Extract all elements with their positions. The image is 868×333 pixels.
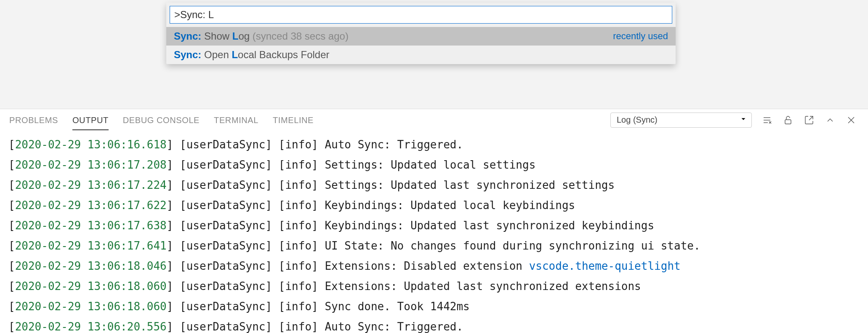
- log-line: [2020-02-29 13:06:17.224] [userDataSync]…: [8, 175, 860, 195]
- log-message: UI State: No changes found during synchr…: [325, 239, 700, 252]
- open-log-file-icon[interactable]: [803, 114, 815, 126]
- output-log[interactable]: [2020-02-29 13:06:16.618] [userDataSync]…: [0, 131, 868, 333]
- log-source: [userDataSync]: [180, 199, 279, 212]
- log-source: [userDataSync]: [180, 300, 279, 313]
- log-message: Sync done. Took 1442ms: [325, 300, 469, 313]
- log-level: [info]: [279, 179, 325, 191]
- command-palette-input[interactable]: [170, 6, 672, 24]
- command-palette-item[interactable]: Sync: Open Local Backups Folder: [166, 46, 676, 64]
- log-timestamp: 2020-02-29 13:06:17.208: [15, 158, 167, 171]
- log-line: [2020-02-29 13:06:17.208] [userDataSync]…: [8, 155, 860, 175]
- log-timestamp: 2020-02-29 13:06:17.224: [15, 179, 167, 191]
- log-level: [info]: [279, 300, 325, 313]
- log-timestamp: 2020-02-29 13:06:18.060: [15, 280, 167, 293]
- log-message: Extensions: Updated last synchronized ex…: [325, 280, 641, 293]
- log-source: [userDataSync]: [180, 179, 279, 191]
- command-prefix: Sync:: [174, 30, 201, 42]
- log-line: [2020-02-29 13:06:18.060] [userDataSync]…: [8, 296, 860, 317]
- log-source: [userDataSync]: [180, 320, 279, 333]
- log-line: [2020-02-29 13:06:17.622] [userDataSync]…: [8, 195, 860, 215]
- panel-tab-problems[interactable]: PROBLEMS: [9, 110, 58, 130]
- svg-rect-5: [785, 120, 791, 124]
- log-timestamp: 2020-02-29 13:06:20.556: [15, 320, 167, 333]
- log-message: Keybindings: Updated local keybindings: [325, 199, 575, 212]
- log-level: [info]: [279, 199, 325, 212]
- panel-header: PROBLEMSOUTPUTDEBUG CONSOLETERMINALTIMEL…: [0, 109, 868, 131]
- log-message: Auto Sync: Triggered.: [325, 320, 463, 333]
- command-palette: Sync: Show Log (synced 38 secs ago)recen…: [166, 3, 676, 64]
- output-channel-label: Log (Sync): [617, 115, 658, 125]
- log-message: Settings: Updated last synchronized sett…: [325, 179, 615, 191]
- log-level: [info]: [279, 260, 325, 272]
- command-palette-item[interactable]: Sync: Show Log (synced 38 secs ago)recen…: [166, 27, 676, 46]
- log-timestamp: 2020-02-29 13:06:17.622: [15, 199, 167, 212]
- recently-used-tag: recently used: [613, 31, 668, 42]
- output-channel-select[interactable]: Log (Sync): [610, 113, 752, 128]
- log-source: [userDataSync]: [180, 158, 279, 171]
- log-timestamp: 2020-02-29 13:06:17.638: [15, 219, 167, 232]
- log-message: Keybindings: Updated last synchronized k…: [325, 219, 654, 232]
- log-message: Extensions: Disabled extension: [325, 260, 529, 272]
- log-link[interactable]: vscode.theme-quietlight: [529, 260, 681, 272]
- match-highlight: L: [232, 49, 238, 60]
- log-line: [2020-02-29 13:06:17.638] [userDataSync]…: [8, 215, 860, 236]
- panel-tab-debug-console[interactable]: DEBUG CONSOLE: [123, 110, 200, 130]
- close-panel-icon[interactable]: [845, 114, 857, 126]
- log-line: [2020-02-29 13:06:17.641] [userDataSync]…: [8, 236, 860, 256]
- command-prefix: Sync:: [174, 49, 201, 60]
- command-palette-list: Sync: Show Log (synced 38 secs ago)recen…: [166, 27, 676, 64]
- command-palette-input-wrap: [166, 3, 676, 27]
- log-timestamp: 2020-02-29 13:06:18.046: [15, 260, 167, 272]
- log-level: [info]: [279, 219, 325, 232]
- panel-tab-terminal[interactable]: TERMINAL: [214, 110, 258, 130]
- log-message: Settings: Updated local settings: [325, 158, 535, 171]
- command-meta: (synced 38 secs ago): [253, 30, 349, 42]
- panel-tab-output[interactable]: OUTPUT: [72, 110, 109, 130]
- log-line: [2020-02-29 13:06:18.046] [userDataSync]…: [8, 256, 860, 276]
- log-level: [info]: [279, 138, 325, 151]
- command-palette-item-label: Sync: Open Local Backups Folder: [174, 49, 330, 61]
- log-source: [userDataSync]: [180, 280, 279, 293]
- log-timestamp: 2020-02-29 13:06:16.618: [15, 138, 167, 151]
- panel-actions: Log (Sync): [610, 113, 859, 128]
- log-level: [info]: [279, 320, 325, 333]
- log-line: [2020-02-29 13:06:16.618] [userDataSync]…: [8, 134, 860, 155]
- log-line: [2020-02-29 13:06:20.556] [userDataSync]…: [8, 317, 860, 333]
- clear-output-icon[interactable]: [761, 114, 773, 126]
- panel-tab-timeline[interactable]: TIMELINE: [273, 110, 314, 130]
- log-level: [info]: [279, 280, 325, 293]
- log-source: [userDataSync]: [180, 138, 279, 151]
- chevron-up-icon[interactable]: [824, 114, 836, 126]
- chevron-down-icon: [740, 115, 747, 125]
- log-source: [userDataSync]: [180, 260, 279, 272]
- command-palette-item-label: Sync: Show Log (synced 38 secs ago): [174, 30, 349, 42]
- log-level: [info]: [279, 158, 325, 171]
- log-timestamp: 2020-02-29 13:06:17.641: [15, 239, 167, 252]
- log-line: [2020-02-29 13:06:18.060] [userDataSync]…: [8, 276, 860, 296]
- unlock-scroll-icon[interactable]: [782, 114, 794, 126]
- panel: PROBLEMSOUTPUTDEBUG CONSOLETERMINALTIMEL…: [0, 109, 868, 333]
- log-source: [userDataSync]: [180, 219, 279, 232]
- log-source: [userDataSync]: [180, 239, 279, 252]
- log-timestamp: 2020-02-29 13:06:18.060: [15, 300, 167, 313]
- log-level: [info]: [279, 239, 325, 252]
- log-message: Auto Sync: Triggered.: [325, 138, 463, 151]
- match-highlight: L: [232, 30, 239, 42]
- panel-tabs: PROBLEMSOUTPUTDEBUG CONSOLETERMINALTIMEL…: [9, 110, 596, 130]
